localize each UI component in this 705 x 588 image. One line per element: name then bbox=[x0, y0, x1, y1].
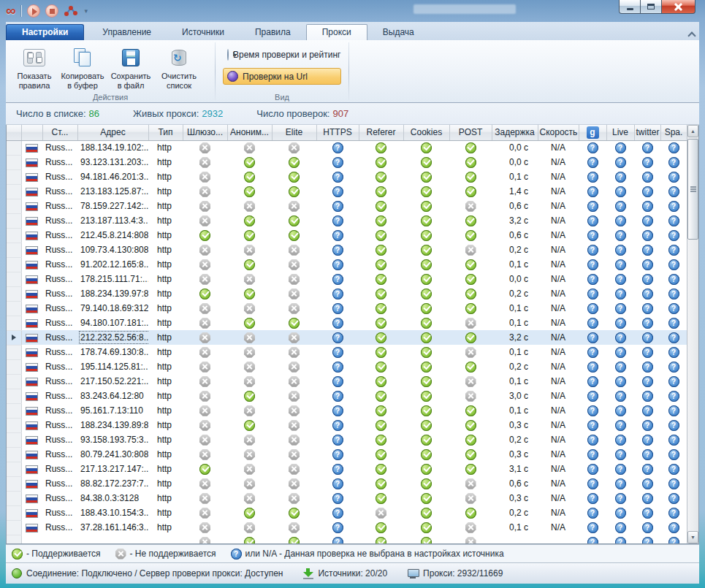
column-header-referer[interactable]: Referer bbox=[359, 125, 403, 140]
tab-sources[interactable]: Источники bbox=[167, 25, 240, 40]
row-selector-gutter[interactable] bbox=[7, 272, 21, 286]
column-header-google[interactable]: g bbox=[579, 125, 606, 140]
column-header-cookies[interactable]: Cookies bbox=[403, 125, 449, 140]
proxy-row[interactable]: Russ...93.123.131.203:...http0,0 сN/A bbox=[7, 155, 687, 169]
column-header-twitter[interactable]: twitter bbox=[634, 125, 660, 140]
proxy-row[interactable]: Russ...37.28.161.146:3...http0,1 сN/A bbox=[7, 520, 687, 535]
column-header-post[interactable]: POST bbox=[449, 125, 492, 140]
close-button[interactable] bbox=[662, 0, 696, 14]
proxy-row[interactable]: Russ...188.234.139.89:80http0,3 сN/A bbox=[7, 418, 687, 432]
scrollbar-thumb[interactable] bbox=[687, 139, 698, 240]
proxy-row[interactable] bbox=[7, 535, 687, 544]
tab-proxy[interactable]: Прокси bbox=[306, 24, 367, 40]
anonymous-check-cell bbox=[227, 535, 272, 544]
column-header-gateway[interactable]: Шлюзо... bbox=[183, 125, 227, 140]
proxy-row[interactable]: Russ...79.140.18.69:3128http0,1 сN/A bbox=[7, 301, 687, 316]
column-header-address[interactable]: Адрес bbox=[77, 125, 148, 140]
row-selector-gutter[interactable] bbox=[7, 316, 21, 330]
proxy-row[interactable]: Russ...88.82.172.237:7...http0,6 сN/A bbox=[7, 476, 687, 491]
tab-management[interactable]: Управление bbox=[87, 25, 167, 40]
proxy-row[interactable]: Russ...178.74.69.130:8...http0,1 сN/A bbox=[7, 345, 687, 359]
row-selector-gutter[interactable] bbox=[7, 359, 21, 374]
column-header-speed[interactable]: Скорость bbox=[538, 125, 579, 140]
vertical-scrollbar[interactable]: ▲ ▼ bbox=[687, 125, 698, 543]
tab-rules[interactable]: Правила bbox=[240, 25, 306, 40]
proxy-row[interactable]: Russ...217.13.217.147:...http3,1 сN/A bbox=[7, 462, 687, 476]
scroll-down-button[interactable]: ▼ bbox=[687, 531, 698, 543]
clear-list-button[interactable]: ↻ Очистить список bbox=[155, 43, 203, 93]
row-selector-gutter[interactable] bbox=[7, 199, 21, 213]
row-selector-gutter[interactable] bbox=[7, 155, 21, 169]
title-bar[interactable]: ∞ ▾ bbox=[0, 0, 705, 22]
row-selector-gutter[interactable] bbox=[7, 345, 21, 359]
proxy-row[interactable]: Russ...94.180.107.181:...http0,1 сN/A bbox=[7, 316, 687, 330]
column-header-spam[interactable]: Spa. bbox=[660, 125, 687, 140]
column-header-anonymous[interactable]: Аноним... bbox=[227, 125, 272, 140]
row-selector-gutter[interactable] bbox=[7, 432, 21, 447]
row-selector-gutter[interactable] bbox=[7, 213, 21, 228]
row-selector-gutter[interactable] bbox=[7, 447, 21, 462]
proxy-row[interactable]: Russ...212.45.8.214:8080http0,6 сN/A bbox=[7, 228, 687, 243]
row-selector-gutter[interactable] bbox=[7, 286, 21, 301]
customize-quick-access-dropdown[interactable]: ▾ bbox=[85, 7, 88, 15]
proxy-row[interactable]: Russ...83.243.64.12:80http3,0 сN/A bbox=[7, 389, 687, 403]
row-selector-gutter[interactable] bbox=[7, 505, 21, 520]
row-selector-gutter[interactable] bbox=[7, 491, 21, 505]
row-selector-gutter[interactable] bbox=[7, 169, 21, 184]
column-header-flag[interactable] bbox=[21, 125, 42, 140]
proxy-row[interactable]: Russ...95.161.7.13:110http0,1 сN/A bbox=[7, 403, 687, 418]
minimize-button[interactable] bbox=[619, 0, 641, 14]
row-selector-gutter[interactable] bbox=[7, 418, 21, 432]
proxy-row[interactable]: Russ...84.38.0.3:3128http0,3 сN/A bbox=[7, 491, 687, 505]
row-selector-gutter[interactable] bbox=[7, 243, 21, 257]
tab-output[interactable]: Выдача bbox=[367, 25, 430, 40]
row-selector-gutter[interactable] bbox=[7, 462, 21, 476]
column-header-type[interactable]: Тип bbox=[148, 125, 183, 140]
proxy-row[interactable]: Russ...91.202.12.165:8...http0,1 сN/A bbox=[7, 257, 687, 272]
network-icon[interactable] bbox=[64, 4, 78, 18]
row-selector-gutter[interactable] bbox=[7, 140, 21, 155]
column-header-country[interactable]: Ст... bbox=[42, 125, 77, 140]
column-header-gutter[interactable] bbox=[7, 125, 21, 140]
save-to-file-button[interactable]: Сохранить в файл bbox=[107, 43, 155, 93]
row-selector-gutter[interactable] bbox=[7, 535, 21, 544]
row-selector-gutter[interactable] bbox=[7, 374, 21, 389]
proxy-row[interactable]: Russ...195.114.125.81:...http0,2 сN/A bbox=[7, 359, 687, 374]
show-rules-button[interactable]: Показать правила bbox=[10, 43, 58, 93]
column-header-live[interactable]: Live bbox=[606, 125, 634, 140]
column-header-elite[interactable]: Elite bbox=[272, 125, 316, 140]
proxy-row[interactable]: Russ...94.181.46.201:3...http0,1 сN/A bbox=[7, 169, 687, 184]
copy-to-clipboard-button[interactable]: Копировать в буфер bbox=[58, 43, 107, 93]
proxy-row[interactable]: Russ...178.215.111.71:...http0,0 сN/A bbox=[7, 272, 687, 286]
url-checks-button[interactable]: Проверки на Url bbox=[223, 68, 341, 85]
row-selector-gutter[interactable] bbox=[7, 257, 21, 272]
stop-button[interactable] bbox=[45, 4, 58, 18]
proxy-row[interactable]: Russ...213.183.125.87:...http1,4 сN/A bbox=[7, 184, 687, 199]
row-selector-gutter[interactable] bbox=[7, 520, 21, 535]
row-selector-gutter[interactable] bbox=[7, 184, 21, 199]
proxy-row[interactable]: Russ...212.232.52.56:8...http3,2 сN/A bbox=[7, 330, 687, 345]
row-selector-gutter[interactable] bbox=[7, 389, 21, 403]
maximize-button[interactable] bbox=[641, 0, 662, 14]
start-button[interactable] bbox=[27, 4, 40, 18]
check-time-rating-button[interactable]: Время проверки и рейтинг bbox=[223, 46, 341, 64]
proxy-row[interactable]: Russ...213.187.113.4:3...http3,2 сN/A bbox=[7, 213, 687, 228]
proxy-row[interactable]: Russ...188.134.19.102:...http0,0 сN/A bbox=[7, 140, 687, 155]
row-selector-gutter[interactable] bbox=[7, 330, 21, 345]
proxy-row[interactable]: Russ...217.150.52.221:...http0,1 сN/A bbox=[7, 374, 687, 389]
column-header-delay[interactable]: Задержка bbox=[492, 125, 538, 140]
proxy-row[interactable]: Russ...188.234.139.97:80http0,2 сN/A bbox=[7, 286, 687, 301]
proxy-row[interactable]: Russ...78.159.227.142:...http0,6 сN/A bbox=[7, 199, 687, 213]
row-selector-gutter[interactable] bbox=[7, 403, 21, 418]
proxy-row[interactable]: Russ...80.79.241.30:8080http0,3 сN/A bbox=[7, 447, 687, 462]
proxy-row[interactable]: Russ...93.158.193.75:3...http0,2 сN/A bbox=[7, 432, 687, 447]
proxy-row[interactable]: Russ...188.43.10.154:3...http0,2 сN/A bbox=[7, 505, 687, 520]
column-header-https[interactable]: HTTPS bbox=[316, 125, 359, 140]
scroll-up-button[interactable]: ▲ bbox=[687, 125, 698, 137]
row-selector-gutter[interactable] bbox=[7, 476, 21, 491]
row-selector-gutter[interactable] bbox=[7, 228, 21, 243]
collapse-ribbon-chevron-icon[interactable] bbox=[687, 31, 695, 37]
row-selector-gutter[interactable] bbox=[7, 301, 21, 316]
tab-settings[interactable]: Настройки bbox=[6, 24, 84, 40]
proxy-row[interactable]: Russ...109.73.4.130:8080http0,2 сN/A bbox=[7, 243, 687, 257]
